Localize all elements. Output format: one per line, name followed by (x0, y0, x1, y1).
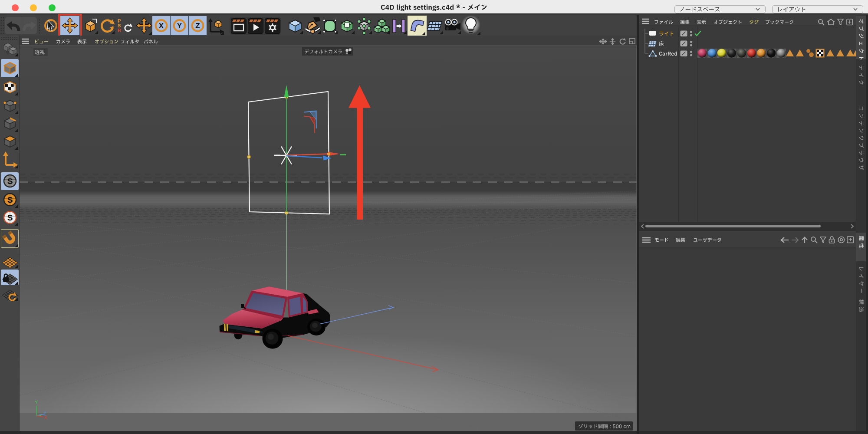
svg-text:Y: Y (35, 400, 38, 405)
svg-text:S: S (7, 177, 13, 186)
svg-text:Z: Z (195, 22, 200, 30)
svg-text:S: S (7, 213, 13, 222)
svg-text:Y: Y (177, 22, 182, 30)
svg-text:S: S (7, 195, 13, 204)
svg-text:X: X (159, 22, 164, 30)
svg-text:R: R (118, 28, 121, 33)
svg-text:X: X (44, 415, 47, 420)
